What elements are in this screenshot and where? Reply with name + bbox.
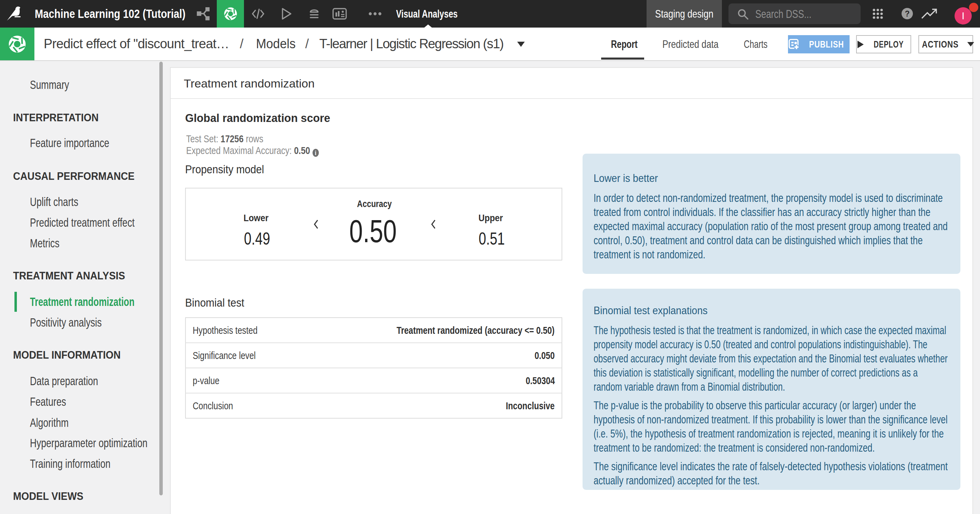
svg-text:?: ?	[905, 9, 910, 18]
